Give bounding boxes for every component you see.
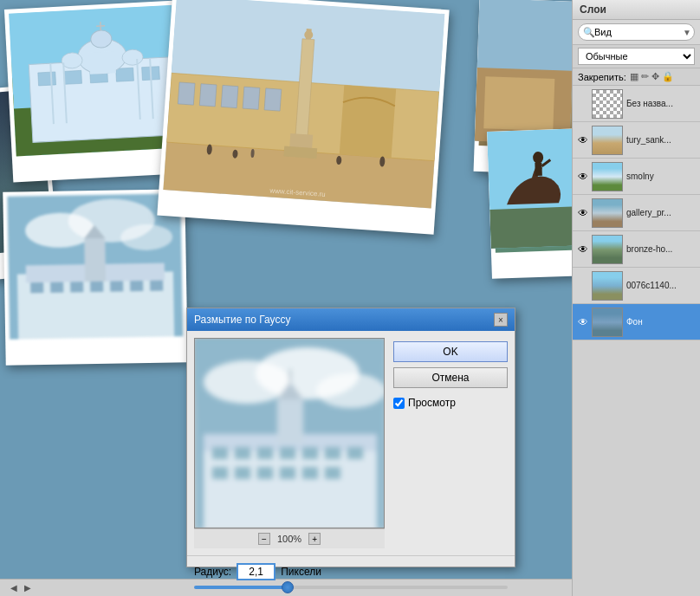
layers-list: Без назва... 👁 tury_sank... 👁 smolny 👁 g… bbox=[573, 86, 700, 340]
blend-mode-select[interactable]: Обычные bbox=[578, 48, 695, 65]
search-icon: 🔍 bbox=[583, 27, 595, 38]
photo-horse[interactable] bbox=[487, 128, 572, 279]
layer-item[interactable]: 0076c1140... bbox=[573, 268, 700, 304]
preview-checkbox[interactable] bbox=[393, 398, 405, 409]
layer-item[interactable]: 👁 gallery_pr... bbox=[573, 195, 700, 231]
svg-rect-70 bbox=[257, 447, 273, 459]
layer-visibility-toggle[interactable]: 👁 bbox=[576, 133, 590, 147]
svg-rect-24 bbox=[199, 84, 217, 107]
svg-rect-45 bbox=[535, 163, 542, 176]
photo-column[interactable]: www.cit-service.ru bbox=[157, 0, 449, 235]
layer-item[interactable]: 👁 smolny bbox=[573, 159, 700, 195]
svg-rect-79 bbox=[302, 467, 318, 479]
svg-rect-23 bbox=[178, 82, 195, 105]
zoom-in-button[interactable]: + bbox=[308, 533, 321, 545]
layer-thumbnail bbox=[592, 308, 623, 337]
svg-rect-43 bbox=[489, 206, 572, 248]
lock-all-icon[interactable]: 🔒 bbox=[662, 71, 674, 82]
layer-visibility-toggle[interactable]: 👁 bbox=[576, 243, 590, 256]
lock-brush-icon[interactable]: ✏ bbox=[641, 71, 649, 82]
layer-thumbnail bbox=[592, 89, 623, 119]
layer-visibility-toggle[interactable]: 👁 bbox=[576, 206, 590, 220]
dialog-titlebar: Размытие по Гауссу × bbox=[187, 308, 515, 331]
svg-rect-69 bbox=[235, 447, 250, 459]
radius-input[interactable] bbox=[237, 563, 275, 580]
svg-rect-27 bbox=[264, 88, 282, 111]
radius-row: Радиус: Пиксели bbox=[194, 563, 508, 580]
svg-rect-60 bbox=[84, 238, 106, 282]
dialog-preview bbox=[194, 338, 385, 528]
search-dropdown-icon[interactable]: ▼ bbox=[683, 28, 691, 37]
layer-item[interactable]: 👁 bronze-ho... bbox=[573, 231, 700, 268]
svg-rect-75 bbox=[212, 467, 228, 479]
svg-rect-81 bbox=[277, 399, 303, 443]
layer-item[interactable]: Без назва... bbox=[573, 86, 700, 122]
svg-line-12 bbox=[96, 26, 105, 27]
svg-rect-41 bbox=[483, 76, 554, 131]
layer-thumbnail bbox=[592, 198, 623, 228]
search-wrap: 🔍 ▼ bbox=[578, 23, 695, 41]
svg-rect-73 bbox=[325, 447, 340, 459]
layer-visibility-toggle[interactable] bbox=[576, 279, 590, 293]
svg-rect-26 bbox=[243, 87, 260, 109]
radius-slider[interactable] bbox=[194, 586, 508, 589]
layer-thumbnail bbox=[592, 162, 623, 191]
layers-blend-row: Обычные bbox=[573, 45, 700, 68]
dialog-title: Размытие по Гауссу bbox=[194, 314, 290, 326]
dialog-controls: OK Отмена Просмотр bbox=[393, 338, 508, 548]
svg-rect-68 bbox=[212, 447, 228, 459]
layers-header: Слои bbox=[573, 0, 700, 20]
svg-rect-77 bbox=[257, 467, 273, 479]
ok-button[interactable]: OK bbox=[393, 341, 508, 362]
layer-thumbnail bbox=[592, 126, 623, 155]
svg-rect-9 bbox=[89, 51, 116, 74]
svg-rect-71 bbox=[280, 447, 295, 459]
layer-name: smolny bbox=[626, 172, 697, 181]
svg-rect-22 bbox=[340, 85, 396, 158]
zoom-out-button[interactable]: − bbox=[258, 533, 270, 545]
svg-rect-57 bbox=[110, 281, 123, 291]
lock-label: Закрепить: bbox=[578, 72, 626, 82]
layer-name: Без назва... bbox=[626, 99, 697, 108]
preview-checkbox-row: Просмотр bbox=[393, 397, 508, 409]
dialog-close-button[interactable]: × bbox=[494, 313, 508, 327]
cancel-button[interactable]: Отмена bbox=[393, 367, 508, 388]
svg-rect-32 bbox=[306, 29, 312, 39]
svg-rect-59 bbox=[150, 281, 163, 291]
layers-search-row: 🔍 ▼ bbox=[573, 20, 700, 45]
svg-rect-53 bbox=[30, 282, 43, 293]
layer-thumbnail bbox=[592, 235, 623, 264]
svg-rect-55 bbox=[70, 282, 83, 292]
layer-name: tury_sank... bbox=[626, 135, 697, 145]
svg-rect-56 bbox=[90, 282, 103, 292]
svg-rect-6 bbox=[116, 68, 134, 81]
layer-name: 0076c1140... bbox=[626, 281, 697, 290]
layer-name: Фон bbox=[626, 317, 697, 327]
nav-arrow-left[interactable]: ◀ bbox=[7, 581, 21, 595]
layers-search-input[interactable] bbox=[578, 23, 695, 41]
svg-rect-4 bbox=[64, 70, 82, 84]
svg-rect-3 bbox=[38, 72, 56, 86]
lock-icons: ▦ ✏ ✥ 🔒 bbox=[630, 71, 674, 82]
layer-name: bronze-ho... bbox=[626, 244, 697, 254]
svg-point-65 bbox=[316, 373, 385, 408]
layer-visibility-toggle[interactable]: 👁 bbox=[576, 170, 590, 184]
radius-slider-thumb[interactable] bbox=[282, 581, 294, 593]
svg-rect-54 bbox=[50, 282, 63, 293]
layer-item-active[interactable]: 👁 Фон bbox=[573, 304, 700, 340]
lock-move-icon[interactable]: ✥ bbox=[651, 71, 659, 82]
radius-unit: Пиксели bbox=[281, 566, 321, 578]
zoom-level: 100% bbox=[277, 534, 301, 544]
layers-title: Слои bbox=[580, 3, 606, 16]
layer-visibility-toggle[interactable] bbox=[576, 97, 590, 111]
svg-rect-58 bbox=[130, 281, 143, 291]
layers-panel: Слои 🔍 ▼ Обычные Закрепить: ▦ ✏ ✥ 🔒 Без … bbox=[572, 0, 700, 596]
nav-arrow-right[interactable]: ▶ bbox=[21, 581, 35, 595]
blur-dialog: Размытие по Гауссу × bbox=[186, 308, 515, 567]
layer-item[interactable]: 👁 tury_sank... bbox=[573, 122, 700, 159]
svg-rect-74 bbox=[347, 447, 363, 459]
lock-transparent-icon[interactable]: ▦ bbox=[630, 71, 638, 82]
layer-visibility-toggle[interactable]: 👁 bbox=[576, 315, 590, 329]
dialog-preview-controls: − 100% + bbox=[194, 528, 385, 548]
radius-label: Радиус: bbox=[194, 566, 231, 578]
